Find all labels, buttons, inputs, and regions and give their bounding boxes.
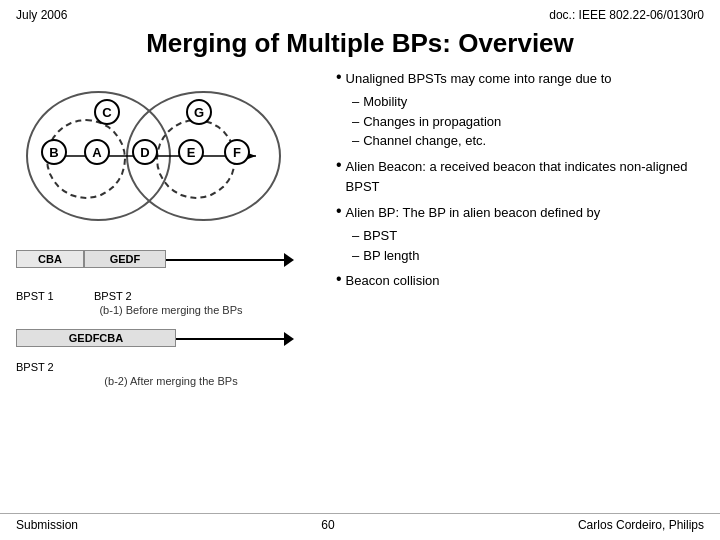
- node-B: B: [41, 139, 67, 165]
- bar-gedfcba: GEDFCBA: [16, 329, 176, 347]
- bullet-dot-3: •: [336, 203, 342, 223]
- bullet-text-4: Beacon collision: [346, 271, 440, 291]
- bullet-text-3: Alien BP: The BP in alien beacon defined…: [346, 203, 601, 223]
- caption-before: (b-1) Before merging the BPs: [16, 304, 326, 316]
- bullet-dot-4: •: [336, 271, 342, 291]
- node-C: C: [94, 99, 120, 125]
- bullet-3: • Alien BP: The BP in alien beacon defin…: [336, 203, 704, 265]
- bpst2-label-after: BPST 2: [16, 361, 54, 373]
- bpst1-label: BPST 1: [16, 290, 84, 302]
- sub-1-1: Mobility: [363, 92, 407, 112]
- node-D: D: [132, 139, 158, 165]
- bar-gedf: GEDF: [84, 250, 166, 268]
- bullet-4: • Beacon collision: [336, 271, 704, 291]
- timeline-after: GEDFCBA BPST 2 (b-2) After merging the B…: [16, 328, 326, 387]
- left-panel: B A C D E F G CBA GEDF: [16, 69, 326, 399]
- footer-right: Carlos Cordeiro, Philips: [578, 518, 704, 532]
- sub-items-3: –BPST –BP length: [336, 226, 704, 265]
- node-G: G: [186, 99, 212, 125]
- bullet-text-1: Unaligned BPSTs may come into range due …: [346, 69, 612, 89]
- bullet-dot-1: •: [336, 69, 342, 89]
- header-left: July 2006: [16, 8, 67, 22]
- sub-items-1: –Mobility –Changes in propagation –Chann…: [336, 92, 704, 151]
- bar-cba: CBA: [16, 250, 84, 268]
- timeline-before: CBA GEDF BPST 1 BPST 2 (b-1) Before merg…: [16, 249, 326, 316]
- header-right: doc.: IEEE 802.22-06/0130r0: [549, 8, 704, 22]
- footer-center: 60: [321, 518, 334, 532]
- bullet-text-2: Alien Beacon: a received beacon that ind…: [346, 157, 704, 197]
- sub-3-1: BPST: [363, 226, 397, 246]
- bpst2-label-before: BPST 2: [94, 290, 132, 302]
- bullet-1: • Unaligned BPSTs may come into range du…: [336, 69, 704, 151]
- page-title: Merging of Multiple BPs: Overview: [0, 26, 720, 69]
- right-panel: • Unaligned BPSTs may come into range du…: [336, 69, 704, 399]
- node-F: F: [224, 139, 250, 165]
- node-A: A: [84, 139, 110, 165]
- node-E: E: [178, 139, 204, 165]
- sub-1-2: Changes in propagation: [363, 112, 501, 132]
- sub-3-2: BP length: [363, 246, 419, 266]
- venn-diagram: B A C D E F G: [16, 69, 316, 239]
- caption-after: (b-2) After merging the BPs: [16, 375, 326, 387]
- sub-1-3: Channel change, etc.: [363, 131, 486, 151]
- footer: Submission 60 Carlos Cordeiro, Philips: [0, 513, 720, 532]
- bullet-dot-2: •: [336, 157, 342, 197]
- footer-left: Submission: [16, 518, 78, 532]
- bullet-2: • Alien Beacon: a received beacon that i…: [336, 157, 704, 197]
